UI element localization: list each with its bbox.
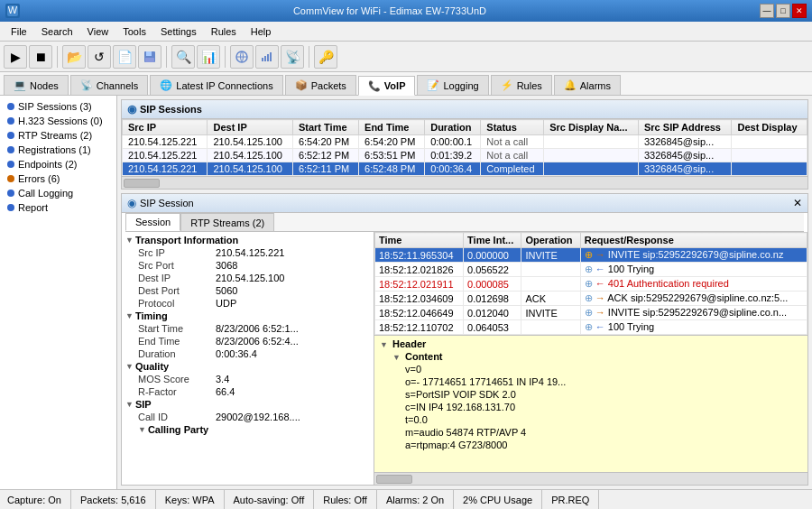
key-button[interactable]: 🔑: [314, 45, 337, 69]
packets-scroll-thumb[interactable]: [376, 475, 412, 484]
sidebar-item-call-logging[interactable]: Call Logging: [2, 186, 115, 200]
open-button[interactable]: 📂: [62, 45, 86, 69]
p3-int: 0.000085: [464, 277, 521, 292]
p5-op: INVITE: [521, 306, 580, 320]
row1-src-ip: 210.54.125.221: [123, 135, 208, 149]
status-cpu: 2% CPU Usage: [454, 490, 542, 509]
menu-search[interactable]: Search: [34, 24, 80, 39]
tab-packets[interactable]: 📦 Packets: [285, 75, 356, 95]
menu-view[interactable]: View: [80, 24, 116, 39]
row2-src-display: [544, 149, 639, 162]
packet-row-1[interactable]: 18:52:11.965304 0.000000 INVITE ⊕ → INVI…: [375, 248, 807, 263]
stop-button[interactable]: ⏹: [29, 45, 52, 69]
sessions-table: Src IP Dest IP Start Time End Time Durat…: [122, 119, 807, 176]
sidebar-reg-label: Registrations (1): [18, 144, 91, 155]
p6-expand: ⊕: [585, 321, 593, 332]
dest-port-label: Dest Port: [138, 285, 210, 296]
tab-rules[interactable]: ⚡ Rules: [491, 75, 552, 95]
save-button[interactable]: [138, 45, 161, 69]
detail-close-icon[interactable]: ✕: [793, 197, 802, 209]
pd-content-row: ▼ Content: [391, 350, 804, 363]
row3-status: Completed: [481, 162, 544, 176]
row1-duration: 0:00:00.1: [425, 135, 481, 149]
sidebar-h323-label: H.323 Sessions (0): [18, 116, 103, 126]
signal-button[interactable]: [255, 45, 279, 69]
col-end-time: End Time: [359, 120, 425, 135]
packet-row-5[interactable]: 18:52:12.046649 0.012040 INVITE ⊕ → INVI…: [375, 306, 807, 320]
col-duration: Duration: [425, 120, 481, 135]
sidebar-item-errors[interactable]: Errors (6): [2, 171, 115, 186]
pd-header-row: ▼ Header: [378, 338, 804, 350]
sidebar-item-registrations[interactable]: Registrations (1): [2, 143, 115, 157]
pd-m: m=audio 54874 RTP/AVP 4: [403, 426, 804, 439]
tab-logging[interactable]: 📝 Logging: [417, 75, 488, 95]
duration-value: 0:00:36.4: [216, 348, 257, 359]
tree-sip-header[interactable]: ▼ SIP: [122, 398, 374, 411]
tree-src-port: Src Port 3068: [134, 259, 374, 272]
packet-row-3[interactable]: 18:52:12.021911 0.000085 ⊕ ← 401 Authent…: [375, 277, 807, 292]
sidebar-item-rtp[interactable]: RTP Streams (2): [2, 128, 115, 143]
refresh-button[interactable]: ↺: [88, 45, 111, 69]
statusbar: Capture: On Packets: 5,616 Keys: WPA Aut…: [0, 489, 812, 509]
duration-label: Duration: [138, 348, 210, 359]
maximize-button[interactable]: □: [776, 4, 790, 18]
detail-tab-session[interactable]: Session: [125, 213, 180, 231]
network-button[interactable]: [230, 45, 254, 69]
logging-icon: 📝: [427, 79, 439, 91]
menu-file[interactable]: File: [4, 24, 34, 39]
row1-src-sip: 3326845@sip...: [639, 135, 732, 149]
play-button[interactable]: ▶: [4, 45, 27, 69]
pd-header-expand[interactable]: ▼: [380, 340, 388, 349]
tab-latest-ip-label: Latest IP Connections: [176, 80, 272, 91]
tab-voip[interactable]: 📞 VoIP: [358, 76, 416, 96]
transport-expand-icon: ▼: [125, 236, 134, 245]
tab-latest-ip[interactable]: 🌐 Latest IP Connections: [150, 75, 282, 95]
antenna-button[interactable]: 📡: [281, 45, 304, 69]
tab-nodes[interactable]: 💻 Nodes: [4, 75, 69, 95]
sidebar-item-sip-sessions[interactable]: SIP Sessions (3): [2, 99, 115, 114]
chart-button[interactable]: 📊: [197, 45, 220, 69]
menu-help[interactable]: Help: [244, 24, 279, 39]
p4-int: 0.012698: [464, 292, 521, 306]
rtp-dot: [7, 132, 14, 139]
sidebar-item-report[interactable]: Report: [2, 200, 115, 215]
tree-transport-header[interactable]: ▼ Transport Information: [122, 234, 374, 246]
sep3: [225, 46, 226, 68]
file-button[interactable]: 📄: [113, 45, 136, 69]
p3-expand: ⊕: [585, 278, 593, 289]
packet-row-4[interactable]: 18:52:12.034609 0.012698 ACK ⊕ → ACK sip…: [375, 292, 807, 306]
row2-duration: 0:01:39.2: [425, 149, 481, 162]
session-row-3[interactable]: 210.54.125.221 210.54.125.100 6:52:11 PM…: [123, 162, 807, 176]
svg-rect-6: [262, 58, 263, 61]
sidebar-item-h323[interactable]: H.323 Sessions (0): [2, 114, 115, 128]
pd-content-expand[interactable]: ▼: [392, 353, 401, 362]
p6-rr: ⊕ ← 100 Trying: [580, 320, 807, 335]
minimize-button[interactable]: —: [760, 4, 774, 18]
p2-dir: ←: [595, 264, 605, 274]
session-row-2[interactable]: 210.54.125.221 210.54.125.100 6:52:12 PM…: [123, 149, 807, 162]
sidebar-item-endpoints[interactable]: Endpoints (2): [2, 157, 115, 171]
tab-channels[interactable]: 📡 Channels: [70, 75, 148, 95]
session-row-1[interactable]: 210.54.125.221 210.54.125.100 6:54:20 PM…: [123, 135, 807, 149]
sessions-scroll-thumb[interactable]: [124, 179, 160, 188]
tab-alarms[interactable]: 🔔 Alarms: [554, 75, 621, 95]
packet-row-6[interactable]: 18:52:12.110702 0.064053 ⊕ ← 100 Trying: [375, 320, 807, 335]
sidebar: SIP Sessions (3) H.323 Sessions (0) RTP …: [0, 96, 117, 489]
svg-rect-7: [264, 56, 266, 61]
packets-scrollbar[interactable]: [374, 472, 807, 485]
sip-label: SIP: [135, 399, 152, 410]
sip-sessions-panel: ◉ SIP Sessions Src IP Dest IP Start Time…: [121, 99, 808, 190]
tree-timing-header[interactable]: ▼ Timing: [122, 310, 374, 322]
pd-c-value: c=IN IP4 192.168.131.70: [405, 402, 515, 412]
menu-settings[interactable]: Settings: [153, 24, 204, 39]
sessions-scrollbar[interactable]: [122, 176, 807, 189]
detail-tab-rtp[interactable]: RTP Streams (2): [180, 213, 274, 231]
p3-dir: ←: [595, 278, 605, 289]
packet-row-2[interactable]: 18:52:12.021826 0.056522 ⊕ ← 100 Trying: [375, 263, 807, 277]
tree-quality-header[interactable]: ▼ Quality: [122, 360, 374, 373]
menu-rules[interactable]: Rules: [204, 24, 244, 39]
close-button[interactable]: ✕: [792, 4, 807, 18]
tree-calling-party[interactable]: ▼ Calling Party: [134, 423, 374, 436]
menu-tools[interactable]: Tools: [115, 24, 153, 39]
search-button[interactable]: 🔍: [171, 45, 195, 69]
